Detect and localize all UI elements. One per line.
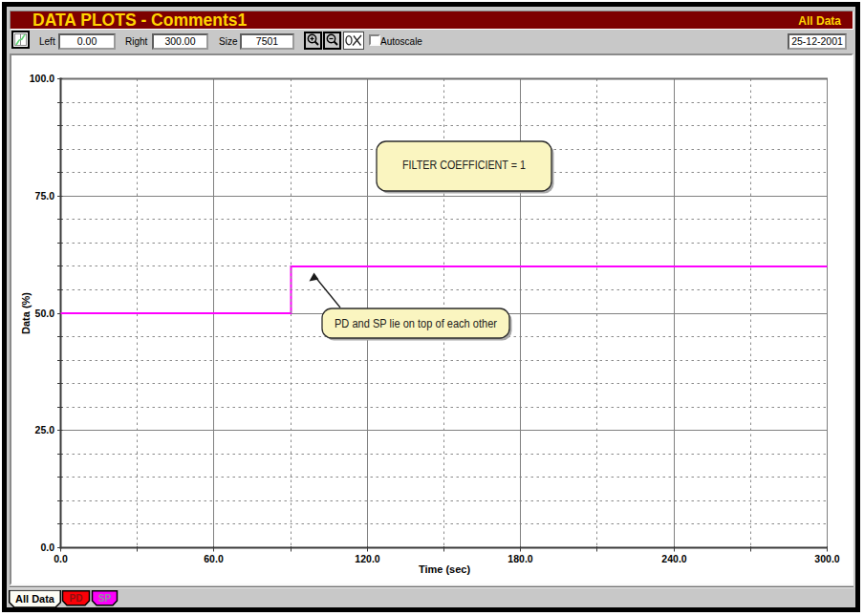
svg-text:180.0: 180.0 — [508, 553, 532, 564]
svg-text:50.0: 50.0 — [35, 308, 55, 319]
svg-text:240.0: 240.0 — [661, 553, 686, 564]
svg-text:PD and SP lie on top of each o: PD and SP lie on top of each other — [335, 317, 497, 330]
svg-text:75.0: 75.0 — [35, 190, 55, 202]
svg-text:300.0: 300.0 — [814, 553, 839, 564]
svg-text:25.0: 25.0 — [35, 424, 55, 435]
svg-text:Time (sec): Time (sec) — [419, 563, 471, 575]
svg-text:Data (%): Data (%) — [20, 292, 32, 334]
svg-text:60.0: 60.0 — [204, 553, 224, 564]
svg-text:120.0: 120.0 — [355, 553, 379, 564]
svg-text:0.0: 0.0 — [54, 553, 68, 564]
svg-text:0.0: 0.0 — [40, 542, 54, 553]
svg-text:All Data: All Data — [15, 593, 55, 605]
svg-text:FILTER COEFFICIENT = 1: FILTER COEFFICIENT = 1 — [402, 159, 526, 172]
svg-text:PD: PD — [70, 593, 83, 604]
svg-text:100.0: 100.0 — [30, 73, 54, 84]
svg-text:SP: SP — [98, 593, 112, 604]
